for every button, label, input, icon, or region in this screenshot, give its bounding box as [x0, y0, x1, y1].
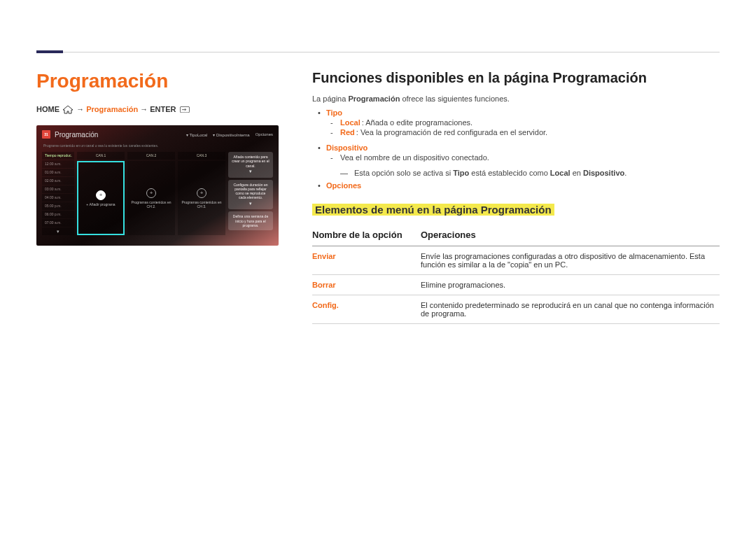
channel-1: CAN.1 ++ Añadir programa	[77, 152, 125, 235]
intro-text: La página Programación ofrece las siguie…	[312, 94, 720, 103]
bc-programacion: Programación	[86, 105, 138, 113]
func-tipo: Tipo	[326, 108, 342, 117]
device-note: Esta opción solo se activa si Tipo está …	[340, 169, 720, 177]
section-heading: Funciones disponibles en la página Progr…	[312, 70, 720, 86]
calendar-icon: 31	[42, 130, 50, 139]
left-column: Programación HOME → Programación → ENTER…	[36, 70, 279, 324]
mock-subtitle: Programe contenido en un canal o vea lo …	[36, 143, 279, 152]
right-column: Funciones disponibles en la página Progr…	[312, 70, 720, 324]
functions-list: Tipo Local: Añada o edite programaciones…	[312, 108, 720, 190]
table-row: Config. El contenido predeterminado se r…	[312, 295, 720, 324]
mock-title: Programación	[55, 131, 98, 139]
plus-icon: +	[146, 188, 156, 198]
home-icon	[63, 106, 73, 114]
options-table: Nombre de la opción Operaciones Enviar E…	[312, 225, 720, 324]
col-ops: Operaciones	[421, 225, 720, 246]
bc-home: HOME	[36, 105, 59, 113]
bc-enter: ENTER	[150, 105, 176, 113]
table-row: Borrar Elimine programaciones.	[312, 275, 720, 295]
table-row: Enviar Envíe las programaciones configur…	[312, 246, 720, 275]
channel-2: CAN.2 +Programas contenidos en CH 2.	[127, 152, 175, 235]
channel-3: CAN.3 +Programas contenidos en CH 3.	[178, 152, 225, 235]
page-title: Programación	[36, 70, 279, 92]
func-opciones: Opciones	[326, 181, 361, 190]
header-rule	[36, 52, 720, 52]
chevron-down-icon: ▾	[42, 227, 74, 235]
info-bubbles: Añada contenido para crear un programa e…	[228, 152, 273, 235]
func-dispositivo: Dispositivo	[326, 143, 368, 152]
enter-icon	[180, 106, 190, 114]
plus-icon: +	[96, 190, 106, 200]
breadcrumb: HOME → Programación → ENTER	[36, 105, 279, 114]
plus-icon: +	[197, 188, 206, 198]
time-column: Tiempo reproduc. 12:00 a.m. 01:00 a.m. 0…	[42, 152, 74, 235]
subsection-heading: Elementos de menú en la página Programac…	[312, 204, 554, 216]
col-name: Nombre de la opción	[312, 225, 421, 246]
screenshot-mock: 31 Programación ▾ TipoLocal ▾ Dispositiv…	[36, 125, 279, 246]
mock-header-right: ▾ TipoLocal ▾ DispositivoInterna Opcione…	[186, 132, 273, 137]
